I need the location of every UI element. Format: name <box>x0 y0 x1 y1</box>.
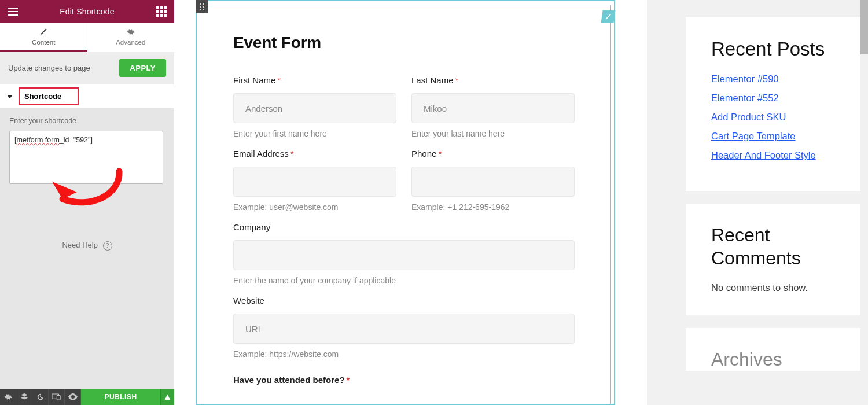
panel-header: Edit Shortcode <box>0 0 174 23</box>
scrollbar[interactable] <box>860 0 868 405</box>
last-name-hint: Enter your last name here <box>411 129 575 138</box>
tab-content[interactable]: Content <box>0 23 87 52</box>
section-drag-handle[interactable] <box>196 0 208 13</box>
tab-advanced-label: Advanced <box>116 39 145 46</box>
post-link[interactable]: Cart Page Template <box>711 131 838 142</box>
update-row: Update changes to page APPLY <box>0 52 174 84</box>
email-input[interactable] <box>233 167 396 197</box>
post-link[interactable]: Add Product SKU <box>711 112 838 123</box>
settings-icon[interactable] <box>0 389 16 405</box>
first-name-input[interactable] <box>233 93 396 123</box>
no-comments-text: No comments to show. <box>711 282 838 293</box>
need-help-label: Need Help <box>62 241 97 249</box>
recent-posts-list: Elementor #590 Elementor #552 Add Produc… <box>711 73 838 161</box>
archives-widget: Archives <box>686 328 863 371</box>
email-label: Email Address* <box>233 149 396 159</box>
help-icon: ? <box>103 241 112 251</box>
preview-icon[interactable] <box>65 389 81 405</box>
website-label: Website <box>233 296 575 305</box>
shortcode-field-label: Enter your shortcode <box>9 117 165 125</box>
phone-hint: Example: +1 212-695-1962 <box>411 203 575 212</box>
recent-posts-title: Recent Posts <box>711 37 838 61</box>
hamburger-icon[interactable] <box>5 3 21 20</box>
company-input[interactable] <box>233 240 575 270</box>
scrollbar-thumb[interactable] <box>860 0 868 54</box>
post-link[interactable]: Header And Footer Style <box>711 150 838 161</box>
first-name-label: First Name* <box>233 75 396 85</box>
website-input[interactable] <box>233 314 575 344</box>
gear-icon <box>127 28 135 38</box>
event-form: Event Form First Name* Enter your first … <box>233 34 575 393</box>
navigator-icon[interactable] <box>16 389 32 405</box>
preview-sidebar: Recent Posts Elementor #590 Elementor #5… <box>686 0 863 405</box>
company-hint: Enter the name of your company if applic… <box>233 276 575 285</box>
tab-content-label: Content <box>32 39 55 46</box>
section-title-shortcode: Shortcode <box>19 87 79 105</box>
gutter <box>647 0 686 405</box>
last-name-label: Last Name* <box>411 75 575 85</box>
editor-panel: Edit Shortcode Content Advanced Update c… <box>0 0 174 405</box>
email-hint: Example: user@website.com <box>233 203 396 212</box>
form-title: Event Form <box>233 34 575 52</box>
tab-advanced[interactable]: Advanced <box>87 23 175 52</box>
first-name-hint: Enter your first name here <box>233 129 396 138</box>
pencil-icon <box>39 28 47 38</box>
recent-comments-widget: Recent Comments No comments to show. <box>686 204 863 315</box>
panel-footer: PUBLISH ▲ <box>0 389 174 405</box>
post-link[interactable]: Elementor #552 <box>711 93 838 104</box>
apply-button[interactable]: APPLY <box>119 59 166 77</box>
post-link[interactable]: Elementor #590 <box>711 73 838 84</box>
attended-label: Have you attended before?* <box>233 375 575 385</box>
phone-input[interactable] <box>411 167 575 197</box>
caret-down-icon <box>7 95 13 98</box>
need-help-link[interactable]: Need Help ? <box>9 228 165 251</box>
company-label: Company <box>233 222 575 232</box>
update-text: Update changes to page <box>8 64 90 72</box>
phone-label: Phone* <box>411 149 575 159</box>
panel-title: Edit Shortcode <box>60 7 115 16</box>
responsive-icon[interactable] <box>49 389 65 405</box>
archives-title: Archives <box>711 348 838 371</box>
history-icon[interactable] <box>32 389 49 405</box>
section-shortcode-head[interactable]: Shortcode <box>0 84 174 109</box>
svg-rect-1 <box>57 396 60 400</box>
canvas: Event Form First Name* Enter your first … <box>174 0 647 405</box>
shortcode-textarea[interactable]: [metform form_id="592"] <box>9 131 163 184</box>
last-name-input[interactable] <box>411 93 575 123</box>
recent-comments-title: Recent Comments <box>711 223 838 270</box>
widgets-grid-icon[interactable] <box>153 3 170 20</box>
edit-widget-handle[interactable] <box>601 10 615 23</box>
publish-options-button[interactable]: ▲ <box>160 389 174 405</box>
publish-button[interactable]: PUBLISH <box>81 389 160 405</box>
recent-posts-widget: Recent Posts Elementor #590 Elementor #5… <box>686 17 863 191</box>
panel-body: Enter your shortcode [metform form_id="5… <box>0 109 174 389</box>
website-hint: Example: https://website.com <box>233 349 575 359</box>
panel-tabs: Content Advanced <box>0 23 174 52</box>
